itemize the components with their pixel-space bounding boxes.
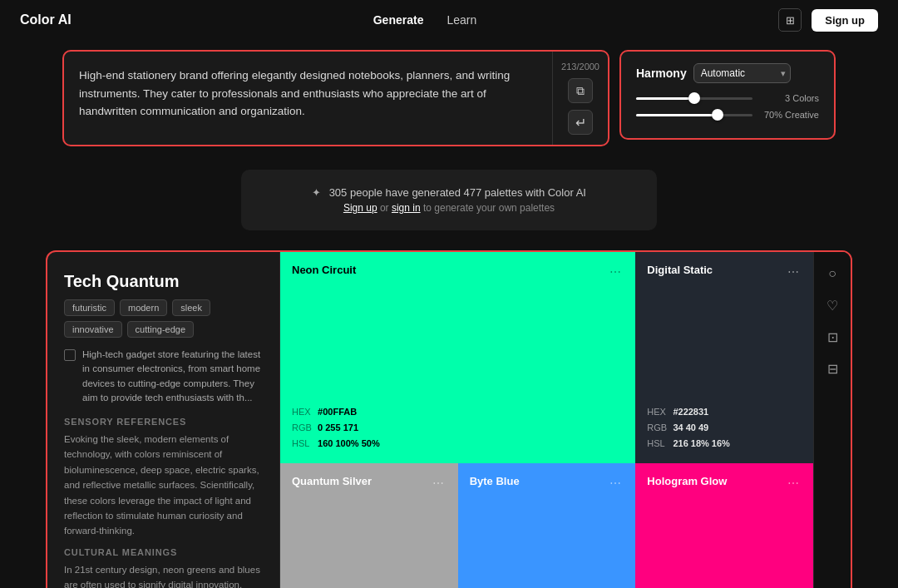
tag-futuristic[interactable]: futuristic <box>64 299 115 316</box>
byte-blue-name: Byte Blue <box>470 475 520 487</box>
cultural-body: In 21st century design, neon greens and … <box>64 562 263 588</box>
neon-circuit-expand[interactable]: ⋯ <box>607 264 624 280</box>
palette-left-panel: Tech Quantum futuristic modern sleek inn… <box>47 252 280 588</box>
creative-slider-label: 70% Creative <box>761 110 819 120</box>
cultural-title: CULTURAL MEANINGS <box>64 547 263 557</box>
nav-center: Generate Learn <box>373 13 477 27</box>
harmony-header: Harmony Automatic Analogous Complementar… <box>636 63 819 83</box>
sensory-title: SENSORY REFERENCES <box>64 417 263 427</box>
tag-modern[interactable]: modern <box>120 299 167 316</box>
creative-slider-fill <box>636 114 718 116</box>
tag-sleek[interactable]: sleek <box>172 299 210 316</box>
sign-up-button[interactable]: Sign up <box>812 9 878 32</box>
sparkle-icon: ✦ <box>312 186 321 199</box>
neon-rgb: 0 255 171 <box>318 422 358 432</box>
creative-slider-thumb <box>712 109 723 121</box>
palette-actions: ○ ♡ ⊡ ⊟ <box>813 252 851 588</box>
brand-name: Tech Quantum <box>64 272 263 291</box>
color-cell-byte-blue: Byte Blue ⋯ HEX #3A95FF RGB 58 149 255 H… <box>458 463 636 588</box>
tag-innovative[interactable]: innovative <box>64 321 122 338</box>
digital-hex: #222831 <box>673 407 708 417</box>
submit-icon: ↵ <box>575 115 586 131</box>
hologram-glow-expand[interactable]: ⋯ <box>785 475 802 492</box>
color-cell-quantum-silver: Quantum Silver ⋯ HEX #A6A6A6 RGB 166 166… <box>280 463 458 588</box>
quantum-silver-name: Quantum Silver <box>292 475 372 487</box>
neon-hex: #00FFAB <box>318 407 357 417</box>
copy-icon: ⧉ <box>576 84 585 98</box>
neon-circuit-top: Neon Circuit ⋯ <box>292 264 624 280</box>
digital-static-top: Digital Static ⋯ <box>647 264 802 280</box>
nav-icon-button[interactable]: ⊞ <box>778 8 802 32</box>
digital-hsl: 216 18% 16% <box>673 438 730 448</box>
palette-color-grid: Neon Circuit ⋯ HEX #00FFAB RGB 0 255 171… <box>280 252 813 588</box>
social-proof-sub: Sign up or sign in to generate your own … <box>261 202 637 214</box>
neon-hsl: 160 100% 50% <box>318 438 380 448</box>
nav-learn[interactable]: Learn <box>447 13 476 27</box>
digital-static-info: HEX #222831 RGB 34 40 49 HSL 216 18% 16% <box>647 404 802 451</box>
colors-slider-row: 3 Colors <box>636 93 819 103</box>
nav-right: ⊞ Sign up <box>778 8 878 32</box>
colors-slider-track[interactable] <box>636 97 752 100</box>
color-cell-hologram-glow: Hologram Glow ⋯ HEX #FF007F RGB 255 0 12… <box>635 463 813 588</box>
navbar: Color AI Generate Learn ⊞ Sign up <box>0 0 898 40</box>
hologram-glow-name: Hologram Glow <box>647 475 727 487</box>
quantum-silver-top: Quantum Silver ⋯ <box>292 475 447 492</box>
digital-rgb: 34 40 49 <box>673 422 708 432</box>
main-area: High-end stationery brand offering elega… <box>0 40 898 588</box>
palette-section: Tech Quantum futuristic modern sleek inn… <box>46 250 852 588</box>
view-icon[interactable]: ⊡ <box>821 325 844 348</box>
sign-in-link[interactable]: sign in <box>392 202 421 214</box>
top-row: High-end stationery brand offering elega… <box>62 50 836 146</box>
harmony-select[interactable]: Automatic Analogous Complementary Triadi… <box>693 63 791 83</box>
bookmark-icon: ⊞ <box>786 14 795 27</box>
char-count: 213/2000 <box>561 62 599 72</box>
submit-button[interactable]: ↵ <box>568 110 593 135</box>
colors-slider-thumb <box>688 92 700 104</box>
logo: Color AI <box>20 12 72 27</box>
history-icon[interactable]: ○ <box>821 262 844 285</box>
harmony-label: Harmony <box>636 67 687 80</box>
harmony-select-wrap: Automatic Analogous Complementary Triadi… <box>693 63 791 83</box>
creative-slider-row: 70% Creative <box>636 110 819 120</box>
favorite-icon[interactable]: ♡ <box>821 294 844 317</box>
sensory-body: Evoking the sleek, modern elements of te… <box>64 432 263 539</box>
prompt-text[interactable]: High-end stationery brand offering elega… <box>64 52 552 145</box>
tag-cutting-edge[interactable]: cutting-edge <box>127 321 195 338</box>
copy-button[interactable]: ⧉ <box>568 78 593 103</box>
tag-list: futuristic modern sleek innovative cutti… <box>64 299 263 338</box>
input-section: High-end stationery brand offering elega… <box>62 50 609 146</box>
neon-circuit-info: HEX #00FFAB RGB 0 255 171 HSL 160 100% 5… <box>292 404 624 451</box>
digital-static-name: Digital Static <box>647 264 713 276</box>
checkbox-icon <box>64 349 76 361</box>
social-proof-main: ✦ 305 people have generated 477 palettes… <box>261 186 637 199</box>
palette-desc-row: High-tech gadget store featuring the lat… <box>64 348 263 405</box>
colors-slider-label: 3 Colors <box>761 93 819 103</box>
digital-static-expand[interactable]: ⋯ <box>785 264 802 280</box>
palette-description: High-tech gadget store featuring the lat… <box>82 348 263 405</box>
quantum-silver-expand[interactable]: ⋯ <box>430 475 447 492</box>
nav-generate[interactable]: Generate <box>373 13 424 27</box>
sign-up-link[interactable]: Sign up <box>343 202 377 214</box>
color-cell-digital-static: Digital Static ⋯ HEX #222831 RGB 34 40 4… <box>635 252 813 463</box>
hologram-glow-top: Hologram Glow ⋯ <box>647 475 802 492</box>
byte-blue-expand[interactable]: ⋯ <box>607 475 624 492</box>
harmony-section: Harmony Automatic Analogous Complementar… <box>619 50 836 140</box>
neon-circuit-name: Neon Circuit <box>292 264 356 276</box>
byte-blue-top: Byte Blue ⋯ <box>470 475 624 492</box>
input-meta: 213/2000 ⧉ ↵ <box>552 52 608 145</box>
creative-slider-track[interactable] <box>636 114 752 116</box>
colors-slider-fill <box>636 97 694 100</box>
color-cell-neon-circuit: Neon Circuit ⋯ HEX #00FFAB RGB 0 255 171… <box>280 252 635 463</box>
delete-icon[interactable]: ⊟ <box>821 357 844 380</box>
social-proof: ✦ 305 people have generated 477 palettes… <box>241 170 657 230</box>
